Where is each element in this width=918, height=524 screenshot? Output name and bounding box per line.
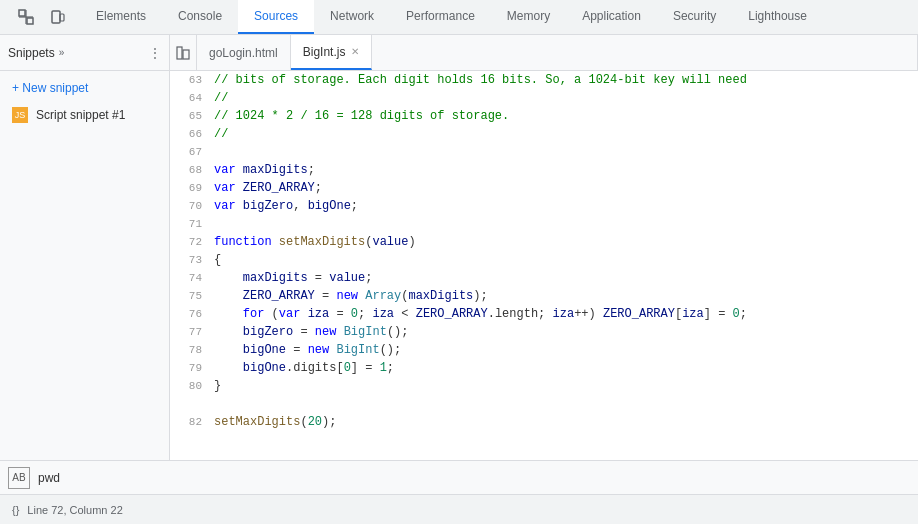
code-line: 80 } xyxy=(170,377,918,395)
code-line xyxy=(170,395,918,413)
code-line: 73 { xyxy=(170,251,918,269)
new-snippet-button[interactable]: + New snippet xyxy=(0,75,169,101)
snippets-more-btn[interactable]: ⋮ xyxy=(149,46,161,60)
tab-security[interactable]: Security xyxy=(657,0,732,34)
top-tab-bar: Elements Console Sources Network Perform… xyxy=(0,0,918,35)
file-tabs: goLogin.html BigInt.js ✕ xyxy=(197,35,918,70)
cursor-position: Line 72, Column 22 xyxy=(27,504,122,516)
snippet-icon: JS xyxy=(12,107,28,123)
svg-rect-5 xyxy=(60,14,64,21)
snippets-label: Snippets xyxy=(8,46,55,60)
tab-network[interactable]: Network xyxy=(314,0,390,34)
bottom-bar: AB xyxy=(0,460,918,494)
file-tab-gologin[interactable]: goLogin.html xyxy=(197,35,291,70)
code-line: 72 function setMaxDigits(value) xyxy=(170,233,918,251)
left-panel: + New snippet JS Script snippet #1 xyxy=(0,71,170,460)
tab-elements[interactable]: Elements xyxy=(80,0,162,34)
device-icon[interactable] xyxy=(44,3,72,31)
code-line: 79 bigOne.digits[0] = 1; xyxy=(170,359,918,377)
svg-rect-6 xyxy=(177,47,182,59)
snippet-item-1[interactable]: JS Script snippet #1 xyxy=(0,101,169,129)
snippets-chevron[interactable]: » xyxy=(59,47,65,58)
console-input[interactable] xyxy=(38,471,910,485)
devtools-icon-group xyxy=(4,3,80,31)
tab-application[interactable]: Application xyxy=(566,0,657,34)
svg-rect-1 xyxy=(27,18,33,24)
tab-sources[interactable]: Sources xyxy=(238,0,314,34)
code-line: 76 for (var iza = 0; iza < ZERO_ARRAY.le… xyxy=(170,305,918,323)
code-line: 64 // xyxy=(170,89,918,107)
code-line: 63 // bits of storage. Each digit holds … xyxy=(170,71,918,89)
tab-lighthouse[interactable]: Lighthouse xyxy=(732,0,823,34)
code-line: 65 // 1024 * 2 / 16 = 128 digits of stor… xyxy=(170,107,918,125)
code-line: 78 bigOne = new BigInt(); xyxy=(170,341,918,359)
secondary-bar: Snippets » ⋮ goLogin.html BigInt.js ✕ xyxy=(0,35,918,71)
code-line: 68 var maxDigits; xyxy=(170,161,918,179)
file-nav-icon[interactable] xyxy=(170,35,197,70)
tab-memory[interactable]: Memory xyxy=(491,0,566,34)
tab-console[interactable]: Console xyxy=(162,0,238,34)
ab-format-icon[interactable]: AB xyxy=(8,467,30,489)
code-line: 74 maxDigits = value; xyxy=(170,269,918,287)
code-line: 71 xyxy=(170,215,918,233)
code-line: 77 bigZero = new BigInt(); xyxy=(170,323,918,341)
close-bigint-tab[interactable]: ✕ xyxy=(351,46,359,57)
format-braces-btn[interactable]: {} xyxy=(12,504,19,516)
code-line: 66 // xyxy=(170,125,918,143)
code-panel[interactable]: 63 // bits of storage. Each digit holds … xyxy=(170,71,918,460)
snippets-section: Snippets » ⋮ xyxy=(0,35,170,70)
inspect-icon[interactable] xyxy=(12,3,40,31)
tab-performance[interactable]: Performance xyxy=(390,0,491,34)
code-line: 70 var bigZero, bigOne; xyxy=(170,197,918,215)
code-line: 69 var ZERO_ARRAY; xyxy=(170,179,918,197)
svg-rect-4 xyxy=(52,11,60,23)
file-tab-bigint[interactable]: BigInt.js ✕ xyxy=(291,35,373,70)
svg-rect-0 xyxy=(19,10,25,16)
code-line: 75 ZERO_ARRAY = new Array(maxDigits); xyxy=(170,287,918,305)
main-content: + New snippet JS Script snippet #1 63 //… xyxy=(0,71,918,460)
svg-rect-7 xyxy=(183,50,189,59)
code-line: 67 xyxy=(170,143,918,161)
code-line: 82 setMaxDigits(20); xyxy=(170,413,918,431)
status-bar: {} Line 72, Column 22 xyxy=(0,494,918,524)
